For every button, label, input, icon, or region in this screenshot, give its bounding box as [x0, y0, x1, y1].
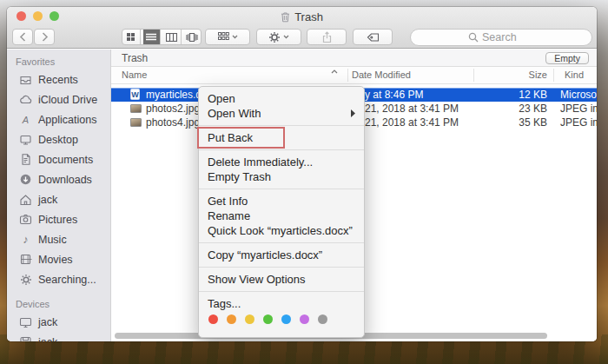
menu-item-open[interactable]: Open: [199, 91, 364, 106]
recents-icon: [19, 73, 32, 86]
group-by-button[interactable]: [205, 29, 250, 45]
sidebar-item-icloud-drive[interactable]: iCloud Drive: [7, 89, 110, 109]
content-title: Trash: [122, 52, 148, 64]
tag-color-green[interactable]: [263, 314, 273, 324]
menu-item-tags[interactable]: Tags...: [199, 296, 364, 311]
column-view-button[interactable]: [163, 30, 182, 44]
view-switcher: [122, 29, 202, 45]
toolbar: [7, 26, 597, 49]
menu-item-copy[interactable]: Copy “myarticles.docx”: [199, 248, 364, 262]
coverflow-view-icon: [186, 33, 198, 42]
menu-item-quick-look[interactable]: Quick Look “myarticles.docx”: [199, 223, 364, 238]
column-divider[interactable]: [473, 69, 474, 82]
icon-view-button[interactable]: [122, 30, 141, 44]
photo-icon: [130, 118, 142, 127]
file-kind: JPEG image: [560, 116, 597, 129]
sidebar-section-favorites: Favorites: [7, 54, 110, 69]
grid-view-icon: [126, 32, 135, 42]
forward-button[interactable]: [34, 29, 55, 45]
column-header-size[interactable]: Size: [485, 69, 547, 80]
back-button[interactable]: [12, 29, 33, 45]
window-title: Trash: [294, 10, 323, 23]
context-menu: Open Open With Put Back Delete Immediate…: [198, 86, 365, 338]
menu-item-empty-trash[interactable]: Empty Trash: [199, 169, 364, 184]
tag-color-row: [199, 311, 364, 324]
sidebar-item-downloads[interactable]: Downloads: [7, 169, 110, 189]
sidebar-item-desktop[interactable]: Desktop: [7, 129, 110, 149]
content-header: Trash Empty: [111, 50, 597, 67]
tag-color-yellow[interactable]: [245, 314, 254, 324]
downloads-icon: [19, 173, 32, 186]
tag-button[interactable]: [353, 29, 393, 45]
gear-icon: [19, 273, 32, 286]
menu-item-get-info[interactable]: Get Info: [199, 194, 364, 208]
sidebar-item-applications[interactable]: A Applications: [7, 109, 110, 129]
sidebar: Favorites Recents iCloud Drive A Applica…: [7, 50, 111, 341]
tag-color-purple[interactable]: [300, 314, 309, 324]
finder-window: Trash: [7, 7, 597, 341]
menu-item-rename[interactable]: Rename: [199, 208, 364, 223]
desktop-icon: [19, 133, 32, 146]
icloud-icon: [19, 93, 32, 106]
column-divider[interactable]: [553, 69, 554, 82]
sort-ascending-icon: [331, 69, 338, 74]
search-input[interactable]: [482, 31, 534, 43]
menu-separator: [199, 291, 364, 292]
documents-icon: [19, 153, 32, 166]
menu-item-open-with[interactable]: Open With: [199, 106, 364, 121]
sidebar-item-pictures[interactable]: Pictures: [7, 209, 110, 229]
sidebar-item-documents[interactable]: Documents: [7, 149, 110, 169]
file-kind: Microsoft Word document: [560, 89, 597, 101]
display-icon: [19, 315, 32, 328]
tag-color-orange[interactable]: [227, 314, 236, 324]
file-kind: JPEG image: [560, 103, 597, 115]
svg-text:A: A: [22, 115, 29, 125]
file-name: photos2.jpg: [146, 103, 200, 115]
back-chevron-icon: [19, 32, 27, 42]
menu-item-put-back[interactable]: Put Back: [199, 130, 364, 145]
column-headers: Name Date Modified Size Kind: [111, 67, 597, 84]
sidebar-item-device-jack[interactable]: jack: [7, 312, 110, 332]
sidebar-item-music[interactable]: ♪ Music: [7, 229, 110, 249]
sidebar-item-device-jack-disk[interactable]: jack: [7, 332, 110, 341]
column-header-date-modified[interactable]: Date Modified: [352, 69, 411, 80]
list-view-icon: [146, 33, 156, 42]
coverflow-view-button[interactable]: [184, 30, 202, 44]
film-icon: [19, 253, 32, 266]
share-button[interactable]: [307, 29, 347, 45]
home-icon: [19, 193, 32, 206]
music-note-icon: ♪: [19, 233, 32, 246]
chevron-down-icon: [283, 35, 289, 39]
gear-icon: [268, 31, 281, 43]
menu-separator: [199, 149, 364, 150]
forward-chevron-icon: [41, 32, 49, 42]
camera-icon: [19, 213, 32, 226]
sidebar-item-searching[interactable]: Searching...: [7, 269, 110, 289]
sidebar-item-home-jack[interactable]: jack: [7, 189, 110, 209]
disk-icon: [19, 335, 32, 341]
search-field[interactable]: [410, 29, 592, 46]
trash-proxy-icon: [281, 11, 290, 23]
menu-item-delete-immediately[interactable]: Delete Immediately...: [199, 155, 364, 169]
column-header-name[interactable]: Name: [122, 69, 147, 80]
column-divider[interactable]: [347, 69, 348, 82]
tag-color-gray[interactable]: [318, 314, 327, 324]
file-size: 23 KB: [485, 103, 547, 115]
sidebar-item-movies[interactable]: Movies: [7, 249, 110, 269]
search-icon: [468, 32, 479, 43]
file-name: photos4.jpg: [146, 116, 200, 129]
file-size: 12 KB: [485, 89, 547, 101]
chevron-down-icon: [232, 35, 238, 39]
tag-color-blue[interactable]: [281, 314, 291, 324]
sidebar-item-recents[interactable]: Recents: [7, 69, 110, 89]
list-view-button[interactable]: [143, 30, 162, 44]
applications-icon: A: [19, 113, 32, 126]
menu-separator: [199, 189, 364, 189]
empty-trash-button[interactable]: Empty: [545, 52, 589, 64]
photo-icon: [130, 104, 142, 113]
column-header-kind[interactable]: Kind: [565, 69, 584, 80]
action-menu-button[interactable]: [256, 29, 301, 45]
sidebar-section-devices: Devices: [7, 296, 110, 312]
tag-color-red[interactable]: [208, 314, 218, 324]
menu-item-show-view-options[interactable]: Show View Options: [199, 272, 364, 287]
